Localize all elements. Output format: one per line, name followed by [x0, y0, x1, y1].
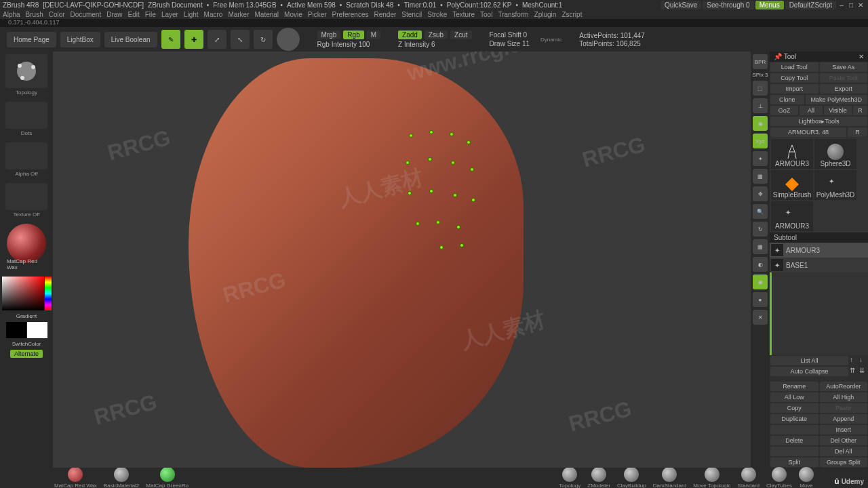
close-icon[interactable]: ✕	[856, 1, 865, 9]
menu-item[interactable]: Movie	[284, 11, 302, 18]
material-ball[interactable]: MatCap GreenRo	[146, 467, 189, 488]
brush-ball[interactable]: DamStandard	[653, 467, 686, 488]
persp-icon[interactable]: ⬚	[753, 81, 768, 96]
menu-item[interactable]: File	[145, 11, 156, 18]
subtool-header[interactable]: Subtool	[770, 232, 868, 243]
alternate-button[interactable]: Alternate	[10, 350, 43, 358]
visible-button[interactable]: Visible	[824, 106, 852, 115]
menus-button[interactable]: Menus	[755, 1, 784, 9]
lightbox-tools-button[interactable]: Lightbox▸Tools	[770, 117, 867, 126]
rgb-button[interactable]: Rgb	[343, 30, 363, 39]
floor-icon[interactable]: ⊥	[753, 98, 768, 113]
tool-thumb[interactable]: SimpleBrush	[771, 170, 813, 200]
material-thumb[interactable]: MatCap Red Wax	[7, 224, 46, 263]
menu-item[interactable]: Stroke	[427, 11, 447, 18]
duplicate-button[interactable]: Duplicate	[770, 414, 818, 424]
seethrough-slider[interactable]: See-through 0	[703, 1, 753, 9]
clone-button[interactable]: Clone	[770, 95, 804, 104]
menu-item[interactable]: Document	[71, 11, 102, 18]
solo-icon[interactable]: ●	[753, 292, 768, 307]
panel-close-icon[interactable]: ✕	[859, 53, 864, 60]
menu-item[interactable]: Picker	[308, 11, 327, 18]
pin-icon[interactable]: 📌	[774, 53, 782, 60]
import-button[interactable]: Import	[770, 84, 818, 94]
paste2-button[interactable]: Paste	[820, 403, 868, 413]
swatch-black[interactable]	[6, 322, 26, 338]
home-button[interactable]: Home Page	[7, 32, 56, 47]
brush-ball[interactable]: Topology	[559, 467, 580, 488]
z-intensity-slider[interactable]: Z Intensity 6	[398, 41, 471, 48]
copy2-button[interactable]: Copy	[770, 403, 818, 413]
ghost-icon[interactable]: ◉	[753, 274, 768, 289]
save-as-button[interactable]: Save As	[820, 62, 868, 72]
rgb-intensity-slider[interactable]: Rgb Intensity 100	[317, 41, 381, 48]
switchcolor-button[interactable]: SwitchColor	[12, 341, 41, 347]
transp-icon[interactable]: ◐	[753, 257, 768, 272]
goz-button[interactable]: GoZ	[770, 106, 798, 115]
armour-slider[interactable]: ARMOUR3. 48	[770, 127, 846, 137]
draw-size-slider[interactable]: Draw Size 11	[490, 40, 530, 47]
brush-ball[interactable]: ClayBuildup	[617, 467, 646, 488]
move-icon[interactable]: ✥	[753, 186, 768, 201]
copy-tool-button[interactable]: Copy Tool	[770, 73, 818, 83]
mrgb-button[interactable]: Mrgb	[317, 30, 341, 39]
menu-item[interactable]: Render	[374, 11, 397, 18]
xpose-icon[interactable]: ✕	[753, 310, 768, 325]
edit-button[interactable]: ✎	[161, 30, 180, 49]
menu-item[interactable]: Material	[255, 11, 279, 18]
menu-item[interactable]: Zplugin	[534, 11, 557, 18]
scale-button[interactable]: ⤡	[231, 30, 250, 49]
menu-item[interactable]: Texture	[452, 11, 475, 18]
minimize-icon[interactable]: –	[837, 1, 846, 9]
focal-shift-slider[interactable]: Focal Shift 0	[490, 31, 530, 39]
tool-thumb[interactable]: ✦PolyMesh3D	[814, 170, 856, 200]
linefill-icon[interactable]: ▦	[753, 239, 768, 254]
all-button[interactable]: All	[800, 106, 823, 115]
axis-icon[interactable]: ✦	[753, 151, 768, 166]
delete-button[interactable]: Delete	[770, 436, 818, 445]
default-zscript[interactable]: DefaultZScript	[785, 1, 836, 9]
menu-item[interactable]: Light	[184, 11, 199, 18]
draw-button[interactable]: ✚	[184, 30, 203, 49]
menu-item[interactable]: Macro	[204, 11, 223, 18]
zadd-button[interactable]: Zadd	[398, 30, 422, 39]
menu-item[interactable]: Alpha	[3, 11, 20, 18]
xyz-icon[interactable]: Xyz	[753, 134, 768, 148]
load-tool-button[interactable]: Load Tool	[770, 62, 818, 72]
brush-ball[interactable]: Standard	[738, 467, 760, 488]
rename-button[interactable]: Rename	[770, 382, 818, 391]
spix-label[interactable]: SPix 3	[752, 72, 768, 78]
zoom-icon[interactable]: 🔍	[753, 204, 768, 219]
frame-icon[interactable]: ▦	[753, 169, 768, 184]
brush-ball[interactable]: ClayTubes	[766, 467, 792, 488]
alllow-button[interactable]: All Low	[770, 392, 818, 402]
gradient-label[interactable]: Gradient	[16, 313, 37, 319]
menu-item[interactable]: Transform	[498, 11, 528, 18]
rotate-icon[interactable]: ↻	[753, 222, 768, 237]
zsub-button[interactable]: Zsub	[425, 30, 448, 39]
insert-button[interactable]: Insert	[820, 425, 868, 434]
bpr-button[interactable]: BPR	[753, 54, 768, 69]
autocollapse-button[interactable]: Auto Collapse	[770, 367, 848, 376]
menu-item[interactable]: Marker	[228, 11, 249, 18]
menu-item[interactable]: Draw	[106, 11, 122, 18]
paste-tool-button[interactable]: Paste Tool	[820, 73, 868, 83]
delother-button[interactable]: Del Other	[820, 436, 868, 445]
subtool-item[interactable]: ✦BASE1	[770, 258, 868, 272]
lightbox-button[interactable]: LightBox	[60, 32, 100, 47]
brush-thumb[interactable]: Topology	[5, 54, 47, 88]
viewport[interactable]: www.rrcg.cn RRCG 人人素材 RRCG RRCG 人人素材 RRC…	[53, 52, 751, 468]
autoreorder-button[interactable]: AutoReorder	[820, 382, 868, 391]
delall-button[interactable]: Del All	[820, 447, 868, 456]
quicksave-button[interactable]: QuickSave	[660, 1, 701, 9]
brush-ball[interactable]: Move	[799, 467, 814, 488]
mesh-model[interactable]	[189, 58, 524, 468]
move-button[interactable]: ⤢	[208, 30, 226, 49]
menu-item[interactable]: Color	[49, 11, 65, 18]
menu-item[interactable]: Brush	[26, 11, 43, 18]
swatch-white[interactable]	[27, 322, 47, 338]
texture-thumb[interactable]: Texture Off	[5, 183, 47, 210]
alpha-thumb[interactable]: Alpha Off	[5, 142, 47, 169]
material-ball[interactable]: BasicMaterial2	[104, 467, 139, 488]
subtool-item[interactable]: ✦ARMOUR3	[770, 243, 868, 258]
